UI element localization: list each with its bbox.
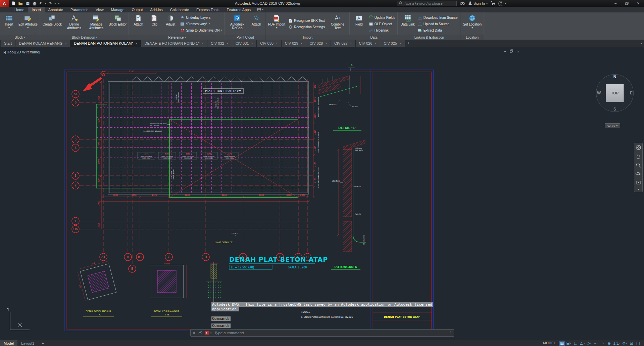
tab-close-icon[interactable]: × bbox=[350, 42, 352, 45]
lineweight-icon[interactable]: ▭ bbox=[599, 341, 606, 346]
panel-title-block[interactable]: Block▾ bbox=[0, 35, 40, 40]
panel-title-point-cloud[interactable]: Point Cloud bbox=[225, 35, 265, 40]
tab-close-icon[interactable]: × bbox=[202, 42, 204, 45]
download-from-source-button[interactable]: Download from Source bbox=[416, 14, 459, 20]
data-link-button[interactable]: Data Link bbox=[399, 13, 415, 35]
clip-button[interactable]: Clip bbox=[147, 13, 162, 35]
point-cloud-attach-button[interactable]: Attach bbox=[249, 13, 264, 35]
recognition-settings-button[interactable]: Recognition Settings bbox=[287, 24, 326, 30]
tab-close-icon[interactable]: × bbox=[227, 42, 229, 45]
model-space-label[interactable]: MODEL bbox=[543, 341, 556, 345]
command-input[interactable]: Type a command bbox=[214, 331, 244, 335]
model-tab[interactable]: Model bbox=[0, 340, 17, 346]
qat-menu-caret-icon[interactable]: ▾ bbox=[58, 2, 59, 5]
pan-icon[interactable] bbox=[635, 153, 642, 160]
define-attributes-button[interactable]: Define Attributes bbox=[63, 13, 85, 35]
tab-insert[interactable]: Insert bbox=[28, 7, 45, 12]
tab-parametric[interactable]: Parametric bbox=[67, 7, 92, 12]
navbar-menu-caret-icon[interactable]: ▾ bbox=[638, 188, 639, 191]
grid-display-icon[interactable]: ▦ bbox=[559, 341, 565, 346]
command-line[interactable]: × ▾ Type a command ^ bbox=[190, 329, 454, 337]
tab-close-icon[interactable]: × bbox=[301, 42, 303, 45]
file-tab[interactable]: CIV-025× bbox=[380, 40, 405, 47]
attach-button[interactable]: Attach bbox=[131, 13, 146, 35]
file-tab[interactable]: CIV-026× bbox=[356, 40, 381, 47]
orbit-icon[interactable] bbox=[635, 170, 642, 177]
tab-close-icon[interactable]: × bbox=[325, 42, 327, 45]
panel-title-block-definition[interactable]: Block Definition▾ bbox=[40, 35, 129, 40]
redo-caret-icon[interactable]: ▾ bbox=[54, 2, 56, 5]
layout1-tab[interactable]: Layout1 bbox=[17, 340, 38, 346]
drawing-canvas[interactable]: [-] [Top] [2D Wireframe] − × bbox=[0, 47, 644, 340]
viewcube-south[interactable]: S bbox=[613, 107, 616, 112]
autocad-logo-icon[interactable]: A bbox=[0, 0, 9, 7]
new-layout-button[interactable]: + bbox=[38, 340, 47, 346]
undo-caret-icon[interactable]: ▾ bbox=[45, 2, 46, 5]
upload-to-source-button[interactable]: Upload to Source bbox=[416, 21, 459, 27]
edit-attribute-button[interactable]: Edit Attribute ▾ bbox=[17, 13, 39, 35]
tab-annotate[interactable]: Annotate bbox=[45, 7, 67, 12]
file-tab[interactable]: CIV-029× bbox=[282, 40, 306, 47]
plot-icon[interactable] bbox=[32, 1, 37, 6]
new-file-icon[interactable] bbox=[11, 1, 16, 6]
file-tab-start[interactable]: Start bbox=[1, 40, 15, 47]
viewcube-east[interactable]: E bbox=[630, 91, 633, 95]
minimize-button[interactable]: − bbox=[610, 0, 621, 7]
navwheel-icon[interactable] bbox=[635, 144, 642, 151]
tab-overflow-caret-icon[interactable]: ▾ bbox=[640, 42, 642, 45]
insert-block-button[interactable]: Insert ▾ bbox=[1, 13, 17, 35]
tab-addins[interactable]: Add-ins bbox=[147, 7, 166, 12]
viewport-visual-style-control[interactable]: [2D Wireframe] bbox=[15, 50, 40, 54]
file-tab[interactable]: DENAH KOLAM RENANG× bbox=[15, 40, 70, 47]
tab-manage[interactable]: Manage bbox=[107, 7, 128, 12]
block-editor-button[interactable]: Block Editor bbox=[108, 13, 128, 35]
doc-minimize-icon[interactable]: − bbox=[504, 49, 506, 53]
tab-close-icon[interactable]: × bbox=[251, 42, 253, 45]
file-tab[interactable]: CIV-031× bbox=[232, 40, 257, 47]
viewport-menu-control[interactable]: [-] bbox=[3, 50, 6, 54]
search-input[interactable] bbox=[404, 2, 455, 5]
app-store-cart-icon[interactable] bbox=[491, 1, 495, 6]
doc-close-icon[interactable]: × bbox=[517, 49, 519, 53]
tab-close-icon[interactable]: × bbox=[276, 42, 278, 45]
file-tab[interactable]: CIV-032× bbox=[207, 40, 232, 47]
wcs-selector[interactable]: WCS ▾ bbox=[605, 123, 620, 128]
tab-view[interactable]: View bbox=[92, 7, 107, 12]
command-customize-icon[interactable] bbox=[198, 330, 202, 336]
viewcube-west[interactable]: W bbox=[597, 91, 601, 95]
tab-close-icon[interactable]: × bbox=[136, 42, 138, 45]
panel-title-reference[interactable]: Reference▾ bbox=[129, 35, 225, 40]
undo-icon[interactable]: ↶ bbox=[39, 1, 43, 6]
set-location-button[interactable]: Set Location ▾ bbox=[462, 13, 483, 35]
isodraft-icon[interactable]: ◇▾ bbox=[586, 341, 592, 346]
close-button[interactable]: × bbox=[633, 0, 644, 7]
new-tab-button[interactable]: + bbox=[405, 40, 412, 47]
polar-tracking-icon[interactable]: ∠▾ bbox=[579, 341, 585, 346]
command-expand-icon[interactable]: ^ bbox=[450, 331, 451, 335]
pdf-import-button[interactable]: PDF Import ▾ bbox=[267, 13, 286, 35]
open-file-icon[interactable] bbox=[18, 1, 23, 6]
frames-button[interactable]: *Frames vary* ▾ bbox=[179, 21, 224, 27]
snap-to-underlays-button[interactable]: Snap to Underlays ON ▾ bbox=[179, 27, 224, 33]
restore-button[interactable] bbox=[621, 0, 633, 7]
file-tab[interactable]: CIV-028× bbox=[306, 40, 331, 47]
file-tab[interactable]: DENAH & POTONGAN POND-1*× bbox=[141, 40, 207, 47]
panel-title-data[interactable]: Data bbox=[350, 35, 398, 40]
binoculars-icon[interactable] bbox=[460, 1, 465, 6]
showmotion-icon[interactable] bbox=[635, 179, 642, 186]
update-fields-button[interactable]: Update Fields bbox=[367, 14, 397, 20]
workspace-switching-icon[interactable]: ⚙▾ bbox=[622, 341, 628, 346]
panel-title-linking-extraction[interactable]: Linking & Extraction bbox=[398, 35, 460, 40]
dynamic-ucs-icon[interactable]: ⊕ bbox=[606, 341, 612, 346]
tab-close-icon[interactable]: × bbox=[375, 42, 377, 45]
tab-close-icon[interactable]: × bbox=[399, 42, 401, 45]
combine-text-button[interactable]: Combine Text bbox=[327, 13, 348, 35]
viewcube-north[interactable]: N bbox=[613, 75, 616, 79]
create-block-button[interactable]: Create Block bbox=[42, 13, 63, 35]
ortho-mode-icon[interactable]: ∟ bbox=[572, 341, 579, 346]
panel-title-location[interactable]: Location bbox=[460, 35, 484, 40]
viewcube[interactable]: N S W E TOP bbox=[596, 74, 634, 112]
save-icon[interactable] bbox=[26, 1, 30, 6]
tab-home[interactable]: Home bbox=[11, 7, 28, 12]
object-snap-icon[interactable]: ⌖▾ bbox=[593, 341, 599, 346]
